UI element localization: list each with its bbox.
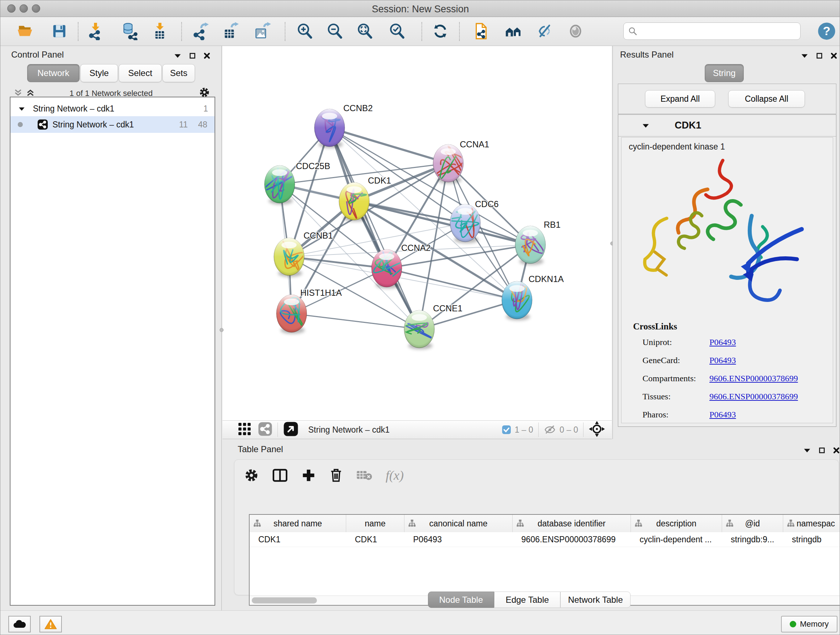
zoom-fit-icon[interactable]	[355, 21, 375, 41]
crosslink-link[interactable]: 9606.ENSP00000378699	[709, 392, 798, 402]
panel-menu-icon[interactable]	[174, 53, 181, 58]
show-graphics-details-icon[interactable]	[565, 21, 586, 41]
show-column-icon[interactable]	[272, 468, 288, 483]
selected-counts: 1 – 0	[515, 425, 533, 435]
network-edge[interactable]	[330, 128, 419, 329]
crosslinks-list: Uniprot:P06493GeneCard:P06493Compartment…	[643, 337, 831, 428]
crosslink-link[interactable]: P06493	[709, 356, 736, 365]
network-edge[interactable]	[330, 128, 448, 163]
crosslink-link[interactable]: P06493	[709, 410, 736, 420]
tab-edge-table[interactable]: Edge Table	[494, 592, 561, 608]
left-splitter-handle[interactable]	[219, 328, 224, 332]
network-overview-icon[interactable]	[503, 21, 523, 41]
delete-column-icon[interactable]	[329, 468, 343, 483]
table-cell: cyclin-dependent ...	[631, 532, 722, 547]
network-node-RB1[interactable]: RB1	[515, 220, 561, 265]
network-edge[interactable]	[292, 314, 419, 329]
table-cell: 9606.ENSP00000378699	[513, 532, 631, 547]
export-network-icon[interactable]	[190, 21, 210, 41]
table-options-gear-icon[interactable]	[244, 468, 259, 483]
close-panel-icon[interactable]	[204, 52, 210, 59]
table-panel-controls	[804, 447, 840, 454]
column-header-database-identifier[interactable]: database identifier	[513, 515, 631, 532]
column-header-canonical-name[interactable]: canonical name	[404, 515, 513, 532]
control-panel-controls	[174, 52, 210, 59]
open-session-icon[interactable]	[16, 21, 36, 41]
float-panel-icon[interactable]	[819, 447, 825, 454]
import-network-database-icon[interactable]	[119, 21, 140, 41]
section-expanded-icon	[642, 123, 649, 128]
results-panel-title: Results Panel	[620, 50, 674, 60]
float-panel-icon[interactable]	[816, 52, 823, 59]
column-header-@id[interactable]: @id	[722, 515, 783, 532]
collection-expanded-icon[interactable]	[19, 106, 25, 111]
zoom-selected-icon[interactable]	[387, 21, 407, 41]
column-header-name[interactable]: name	[346, 515, 404, 532]
crosslink-link[interactable]: P06493	[709, 337, 736, 347]
goto-network-icon[interactable]	[283, 421, 299, 439]
table-row[interactable]: CDK1CDK1P064939606.ENSP00000378699cyclin…	[249, 532, 840, 547]
protein-section-header[interactable]: CDK1	[618, 115, 836, 136]
tab-network[interactable]: Network	[27, 64, 80, 82]
column-header-shared-name[interactable]: shared name	[249, 515, 346, 532]
center-view-icon[interactable]	[589, 421, 605, 439]
column-header-description[interactable]: description	[631, 515, 722, 532]
node-label: RB1	[544, 220, 561, 230]
selection-counters: 1 – 0 0 – 0	[502, 421, 612, 439]
network-node-HIST1H1A[interactable]: HIST1H1A	[276, 288, 342, 334]
export-table-icon[interactable]	[220, 21, 240, 41]
tab-style[interactable]: Style	[80, 64, 118, 82]
memory-button[interactable]: Memory	[781, 616, 837, 632]
import-table-file-icon[interactable]	[149, 21, 170, 41]
hide-graphics-details-icon[interactable]	[535, 21, 555, 41]
table-cell: stringdb	[783, 532, 840, 547]
help-icon[interactable]: ?	[816, 21, 837, 41]
import-network-file-icon[interactable]	[85, 21, 105, 41]
delete-table-icon	[356, 469, 373, 482]
search-input[interactable]	[638, 26, 793, 36]
node-label: CCNA2	[401, 243, 431, 253]
network-edge[interactable]	[387, 268, 517, 300]
toolbar-separator	[422, 22, 422, 41]
expand-all-button[interactable]: Expand All	[645, 90, 715, 108]
panel-menu-icon[interactable]	[804, 448, 811, 453]
network-edge[interactable]	[354, 201, 531, 245]
update-network-icon[interactable]	[430, 21, 450, 41]
float-panel-icon[interactable]	[189, 52, 196, 59]
close-panel-icon[interactable]	[833, 447, 840, 454]
application-window: Session: New Session	[0, 0, 840, 635]
network-label: String Network – cdk1	[52, 120, 134, 130]
export-image-icon[interactable]	[252, 21, 272, 41]
toolbar-separator	[181, 22, 182, 41]
column-header-namespac[interactable]: namespac	[783, 515, 840, 532]
hidden-counts: 0 – 0	[560, 425, 578, 435]
zoom-in-icon[interactable]	[295, 21, 315, 41]
cloud-status-button[interactable]	[8, 616, 31, 632]
warnings-button[interactable]	[39, 616, 62, 632]
tab-node-table[interactable]: Node Table	[428, 592, 494, 608]
save-session-icon[interactable]	[49, 21, 69, 41]
collapse-all-button[interactable]: Collapse All	[728, 90, 805, 108]
panel-menu-icon[interactable]	[801, 53, 808, 58]
tab-sets[interactable]: Sets	[163, 64, 195, 82]
network-node-CCNB2[interactable]: CCNB2	[314, 103, 373, 148]
tab-select[interactable]: Select	[118, 64, 162, 82]
network-node-CDKN1A[interactable]: CDKN1A	[502, 272, 564, 320]
network-view-title: String Network – cdk1	[308, 425, 390, 435]
zoom-out-icon[interactable]	[325, 21, 345, 41]
string-share-icon[interactable]	[258, 422, 272, 438]
network-canvas[interactable]: CCNB2CCNA1CDC25BCDK1CDC6RB1CCNB1CCNA2CDK…	[223, 46, 612, 420]
tab-string[interactable]: String	[705, 64, 744, 82]
create-column-icon[interactable]	[301, 468, 316, 483]
first-neighbors-icon[interactable]	[471, 21, 491, 41]
table-toolbar: f(x)	[244, 468, 404, 483]
close-panel-icon[interactable]	[831, 52, 837, 59]
tab-network-table[interactable]: Network Table	[561, 592, 630, 608]
results-panel-controls	[801, 52, 837, 59]
table-body: CDK1CDK1P064939606.ENSP00000378699cyclin…	[249, 532, 840, 547]
network-row[interactable]: String Network – cdk1 11 48	[11, 116, 215, 133]
birdseye-grid-icon[interactable]	[238, 422, 251, 437]
crosslink-link[interactable]: 9606.ENSP00000378699	[709, 374, 798, 383]
network-collection-row[interactable]: String Network – cdk1 1	[11, 101, 215, 116]
scrollbar-thumb[interactable]	[252, 597, 317, 603]
